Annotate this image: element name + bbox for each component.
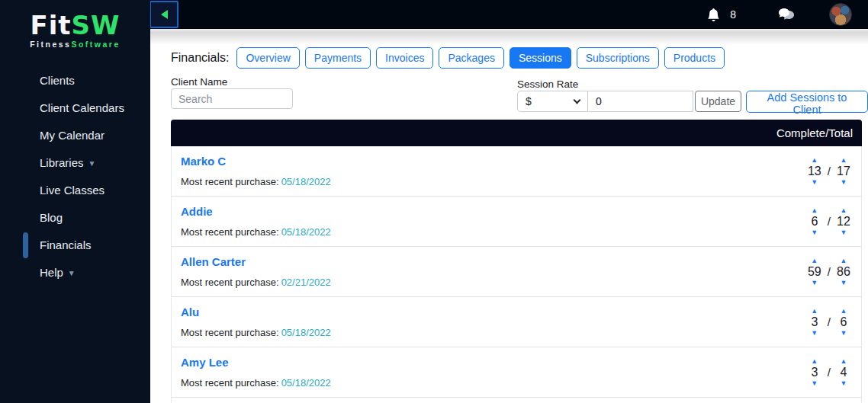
stepper-up-icon[interactable]: ▲ [811, 307, 818, 315]
slash-separator: / [828, 265, 831, 278]
logo-sw-text: SW [72, 10, 121, 40]
financials-tabs: Financials: Overview Payments Invoices P… [171, 47, 730, 69]
session-steppers: ▲59▼ / ▲86▼ [802, 247, 856, 296]
session-steppers: ▲3▼ / ▲4▼ [802, 347, 856, 397]
slash-separator: / [828, 165, 831, 178]
tab-subscriptions[interactable]: Subscriptions [577, 47, 659, 69]
tab-overview[interactable]: Overview [236, 47, 299, 69]
stepper-down-icon[interactable]: ▼ [841, 379, 847, 387]
stepper-down-icon[interactable]: ▼ [841, 229, 847, 236]
stepper-up-icon[interactable]: ▲ [811, 156, 818, 164]
collapse-arrow-icon [161, 10, 168, 19]
purchase-date-link[interactable]: 05/18/2022 [281, 176, 331, 187]
stepper-up-icon[interactable]: ▲ [841, 357, 847, 365]
stepper-down-icon[interactable]: ▼ [811, 229, 818, 236]
top-bar: 8 [150, 0, 868, 29]
tab-payments[interactable]: Payments [305, 47, 371, 69]
client-name-link[interactable]: Alu [181, 305, 199, 318]
table-row: Alu Most recent purchase:05/18/2022 ▲3▼ … [171, 297, 862, 347]
stepper-down-icon[interactable]: ▼ [811, 279, 818, 286]
session-rate-input[interactable] [588, 91, 693, 112]
tab-invoices[interactable]: Invoices [376, 47, 433, 69]
total-count: 86 [837, 265, 850, 278]
tab-products[interactable]: Products [664, 47, 725, 69]
sidebar-item-blog[interactable]: Blog [0, 204, 150, 232]
tab-packages[interactable]: Packages [439, 47, 503, 69]
sidebar-item-help[interactable]: Help▼ [0, 259, 150, 286]
financials-label: Financials: [171, 51, 229, 65]
chevron-down-icon [574, 96, 581, 104]
add-sessions-to-client-button[interactable]: Add Sessions to Client [746, 91, 868, 113]
complete-stepper: ▲3▼ [802, 307, 827, 337]
sidebar-item-clients[interactable]: Clients [0, 67, 150, 94]
sidebar-item-label: Clients [40, 74, 75, 87]
bell-icon [707, 8, 720, 21]
topbar-shadow [150, 29, 868, 46]
client-name-link[interactable]: Amy Lee [181, 356, 229, 369]
purchase-date-link[interactable]: 05/18/2022 [281, 327, 331, 338]
sidebar-item-financials[interactable]: Financials [0, 232, 150, 259]
sidebar-item-my-calendar[interactable]: My Calendar [0, 122, 150, 149]
stepper-up-icon[interactable]: ▲ [811, 257, 818, 264]
complete-stepper: ▲59▼ [802, 257, 827, 286]
main-content: Financials: Overview Payments Invoices P… [150, 29, 868, 403]
sidebar-collapse-button[interactable] [149, 1, 178, 28]
stepper-up-icon[interactable]: ▲ [841, 307, 847, 315]
client-name-link[interactable]: Marko C [181, 155, 226, 168]
purchase-date-link[interactable]: 05/18/2022 [281, 377, 331, 389]
stepper-down-icon[interactable]: ▼ [841, 329, 847, 337]
table-row: Allen Carter Most recent purchase:02/21/… [171, 247, 862, 297]
client-name-link[interactable]: Allen Carter [181, 255, 246, 268]
stepper-up-icon[interactable]: ▲ [811, 206, 818, 214]
stepper-down-icon[interactable]: ▼ [811, 329, 818, 337]
user-avatar[interactable] [829, 3, 852, 26]
update-button[interactable]: Update [695, 91, 741, 112]
table-row: Addie Most recent purchase:05/18/2022 ▲6… [171, 197, 862, 247]
chevron-down-icon: ▼ [68, 260, 76, 287]
currency-select[interactable]: $ [517, 91, 588, 112]
purchase-date-link[interactable]: 05/18/2022 [281, 226, 331, 238]
session-steppers: ▲13▼ / ▲17▼ [802, 146, 856, 196]
client-name-label: Client Name [171, 76, 227, 88]
session-steppers: ▲3▼ / ▲6▼ [802, 297, 856, 347]
client-search-input[interactable] [171, 88, 293, 109]
total-stepper: ▲17▼ [831, 156, 856, 186]
sidebar-item-libraries[interactable]: Libraries▼ [0, 149, 150, 177]
complete-count: 6 [811, 215, 818, 228]
stepper-up-icon[interactable]: ▲ [841, 257, 847, 264]
active-item-indicator [23, 232, 28, 258]
client-name-link[interactable]: Addie [181, 205, 213, 218]
logo-tag-software: Software [71, 40, 120, 49]
stepper-up-icon[interactable]: ▲ [841, 206, 847, 214]
sidebar-item-client-calendars[interactable]: Client Calendars [0, 94, 150, 122]
messages-button[interactable] [777, 8, 794, 21]
purchase-line: Most recent purchase:02/21/2022 [181, 277, 331, 288]
stepper-down-icon[interactable]: ▼ [841, 279, 847, 286]
sidebar-item-label: Client Calendars [40, 101, 124, 114]
stepper-up-icon[interactable]: ▲ [811, 357, 818, 365]
purchase-date-link[interactable]: 02/21/2022 [281, 277, 331, 288]
stepper-down-icon[interactable]: ▼ [811, 178, 818, 186]
session-rate-group: $ Update [517, 91, 741, 112]
sidebar-item-label: My Calendar [40, 129, 104, 142]
notifications-button[interactable]: 8 [707, 8, 736, 21]
sidebar-item-live-classes[interactable]: Live Classes [0, 177, 150, 204]
sidebar-item-label: Live Classes [40, 184, 104, 197]
session-steppers: ▲6▼ / ▲12▼ [802, 197, 856, 246]
chevron-down-icon: ▼ [88, 150, 96, 178]
stepper-down-icon[interactable]: ▼ [841, 178, 847, 186]
sidebar-item-label: Help [40, 266, 63, 279]
logo-wordmark: FitSW [0, 12, 150, 38]
sidebar-item-label: Financials [40, 238, 92, 251]
tab-sessions[interactable]: Sessions [510, 47, 571, 69]
stepper-up-icon[interactable]: ▲ [841, 156, 847, 164]
table-header: Complete/Total [171, 120, 862, 146]
stepper-down-icon[interactable]: ▼ [811, 379, 818, 387]
purchase-line: Most recent purchase:05/18/2022 [181, 226, 331, 238]
purchase-line: Most recent purchase:05/18/2022 [181, 327, 331, 338]
currency-symbol: $ [526, 95, 532, 107]
complete-stepper: ▲6▼ [802, 206, 827, 236]
sidebar-nav: Clients Client Calendars My Calendar Lib… [0, 67, 150, 286]
fitsw-logo: FitSW FitnessSoftware [0, 12, 150, 49]
complete-count: 3 [811, 315, 818, 328]
